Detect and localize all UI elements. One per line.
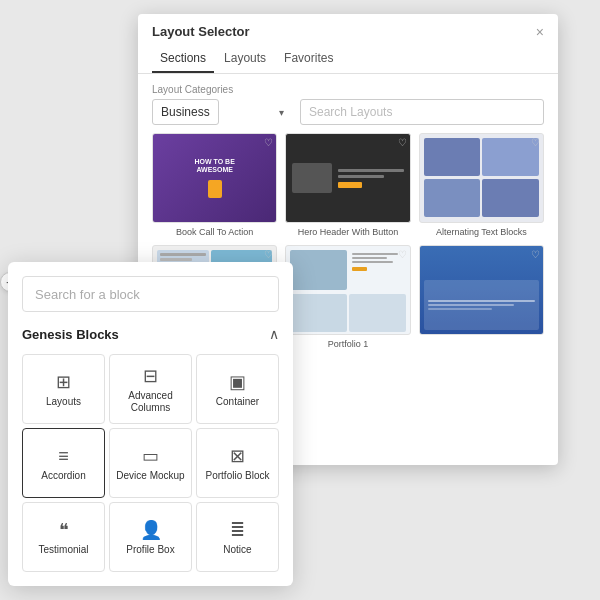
- profile-box-icon: 👤: [140, 521, 162, 539]
- layout-item-alt-text[interactable]: Alternating Text Blocks ♡: [419, 133, 544, 237]
- layout-label-hero-btn: Hero Header With Button: [285, 227, 410, 237]
- portfolio-block-icon: ⊠: [230, 447, 245, 465]
- block-item-device-mockup[interactable]: ▭ Device Mockup: [109, 428, 192, 498]
- block-label-advanced-columns: Advanced Columns: [116, 390, 185, 414]
- block-item-layouts[interactable]: ⊞ Layouts: [22, 354, 105, 424]
- hero-button-shape: [338, 182, 362, 188]
- book-figure: [208, 180, 222, 198]
- block-label-accordion: Accordion: [41, 470, 85, 482]
- layout-thumb-hero-btn: [285, 133, 410, 223]
- fav-icon-hero-btn[interactable]: ♡: [398, 137, 407, 148]
- book-cta-text: HOW TO BEAWESOME: [195, 158, 235, 173]
- modal-title: Layout Selector: [152, 24, 250, 39]
- block-label-container: Container: [216, 396, 259, 408]
- block-section-header: Genesis Blocks ∧: [22, 326, 279, 342]
- layout-label-portfolio1: Portfolio 1: [285, 339, 410, 349]
- block-picker-panel: Genesis Blocks ∧ ⊞ Layouts ⊟ Advanced Co…: [8, 262, 293, 586]
- alt-block-4: [482, 179, 539, 217]
- block-grid: ⊞ Layouts ⊟ Advanced Columns ▣ Container…: [22, 354, 279, 572]
- accordion-icon: ≡: [58, 447, 69, 465]
- block-item-container[interactable]: ▣ Container: [196, 354, 279, 424]
- layout-thumb-book-cta: HOW TO BEAWESOME: [152, 133, 277, 223]
- block-label-device-mockup: Device Mockup: [116, 470, 184, 482]
- layout-label-book-cta: Book Call To Action: [152, 227, 277, 237]
- layout-label-alt-text: Alternating Text Blocks: [419, 227, 544, 237]
- fav-icon-alt-text[interactable]: ♡: [531, 137, 540, 148]
- category-select-wrap: Business Portfolio Blog: [152, 99, 292, 125]
- tab-layouts[interactable]: Layouts: [216, 45, 274, 73]
- filter-row: Business Portfolio Blog: [152, 99, 544, 125]
- tab-favorites[interactable]: Favorites: [276, 45, 341, 73]
- layout-thumb-blue-arch: [419, 245, 544, 335]
- block-item-profile-box[interactable]: 👤 Profile Box: [109, 502, 192, 572]
- block-search-input[interactable]: [35, 287, 266, 302]
- filter-label: Layout Categories: [152, 84, 544, 95]
- p1-bottom-img2: [349, 294, 406, 332]
- notice-icon: ≣: [230, 521, 245, 539]
- device-mockup-icon: ▭: [142, 447, 159, 465]
- p1-left-img: [290, 250, 347, 290]
- chevron-up-icon[interactable]: ∧: [269, 326, 279, 342]
- layout-thumb-portfolio1: [285, 245, 410, 335]
- category-select[interactable]: Business Portfolio Blog: [152, 99, 219, 125]
- layouts-icon: ⊞: [56, 373, 71, 391]
- hero-image: [292, 163, 332, 193]
- block-label-portfolio-block: Portfolio Block: [206, 470, 270, 482]
- layout-thumb-alt-text: [419, 133, 544, 223]
- p1-bottom-img: [290, 294, 347, 332]
- block-label-notice: Notice: [223, 544, 251, 556]
- modal-filters: Layout Categories Business Portfolio Blo…: [138, 74, 558, 133]
- block-section-title: Genesis Blocks: [22, 327, 119, 342]
- block-search-wrap[interactable]: [22, 276, 279, 312]
- block-label-layouts: Layouts: [46, 396, 81, 408]
- layout-item-hero-btn[interactable]: Hero Header With Button ♡: [285, 133, 410, 237]
- alt-block-1: [424, 138, 481, 176]
- block-item-portfolio-block[interactable]: ⊠ Portfolio Block: [196, 428, 279, 498]
- search-layouts-input[interactable]: [300, 99, 544, 125]
- modal-tabs: Sections Layouts Favorites: [138, 45, 558, 74]
- modal-header: Layout Selector ×: [138, 14, 558, 39]
- hero-line-1: [338, 169, 403, 172]
- block-item-advanced-columns[interactable]: ⊟ Advanced Columns: [109, 354, 192, 424]
- alt-block-3: [424, 179, 481, 217]
- layout-item-portfolio1[interactable]: Portfolio 1 ♡: [285, 245, 410, 349]
- container-icon: ▣: [229, 373, 246, 391]
- block-item-testimonial[interactable]: ❝ Testimonial: [22, 502, 105, 572]
- block-item-notice[interactable]: ≣ Notice: [196, 502, 279, 572]
- block-item-accordion[interactable]: ≡ Accordion: [22, 428, 105, 498]
- tab-sections[interactable]: Sections: [152, 45, 214, 73]
- layout-item-blue-arch[interactable]: ♡: [419, 245, 544, 349]
- close-button[interactable]: ×: [536, 25, 544, 39]
- fav-icon-blue-arch[interactable]: ♡: [531, 249, 540, 260]
- block-label-profile-box: Profile Box: [126, 544, 174, 556]
- layout-item-book-cta[interactable]: HOW TO BEAWESOME Book Call To Action ♡: [152, 133, 277, 237]
- fav-icon-proj-gallery[interactable]: ♡: [264, 249, 273, 260]
- testimonial-icon: ❝: [59, 521, 69, 539]
- advanced-columns-icon: ⊟: [143, 367, 158, 385]
- hero-line-2: [338, 175, 384, 178]
- hero-text-area: [338, 169, 403, 188]
- fav-icon-book-cta[interactable]: ♡: [264, 137, 273, 148]
- block-label-testimonial: Testimonial: [38, 544, 88, 556]
- fav-icon-portfolio1[interactable]: ♡: [398, 249, 407, 260]
